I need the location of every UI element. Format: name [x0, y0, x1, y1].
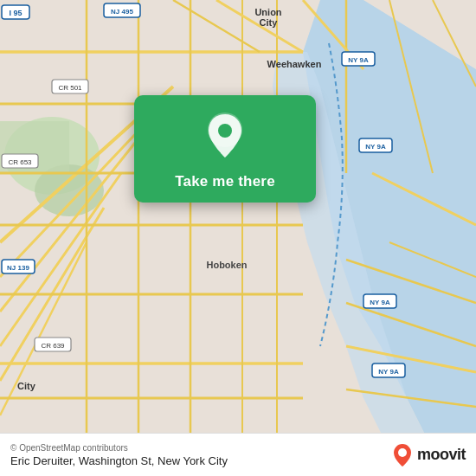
svg-text:NJ 495: NJ 495: [111, 8, 133, 16]
svg-text:City: City: [17, 381, 36, 391]
moovit-logo: moovit: [392, 443, 466, 467]
moovit-brand-name: moovit: [417, 446, 466, 464]
svg-text:City: City: [260, 17, 279, 28]
svg-text:Weehawken: Weehawken: [267, 59, 322, 69]
svg-text:Union: Union: [254, 7, 281, 17]
copyright-text: © OpenStreetMap contributors: [10, 443, 228, 453]
moovit-pin-icon: [392, 443, 413, 467]
svg-text:CR 653: CR 653: [8, 158, 32, 166]
pin-icon-wrapper: [203, 111, 247, 164]
action-card[interactable]: Take me there: [134, 95, 316, 203]
footer-bar: © OpenStreetMap contributors Eric Deruit…: [0, 433, 476, 476]
take-me-there-button[interactable]: Take me there: [175, 173, 275, 190]
footer-left: © OpenStreetMap contributors Eric Deruit…: [10, 443, 228, 467]
svg-point-64: [218, 124, 232, 138]
svg-text:CR 501: CR 501: [58, 84, 82, 92]
svg-text:NY 9A: NY 9A: [378, 368, 399, 376]
map-pin-icon: [203, 111, 247, 161]
svg-text:NY 9A: NY 9A: [370, 299, 390, 306]
svg-point-65: [398, 448, 407, 457]
map-background: I 95 NJ 495 CR 501 CR 653 NJ 139 CR 639 …: [0, 0, 476, 433]
svg-text:NJ 139: NJ 139: [7, 264, 29, 272]
svg-text:NY 9A: NY 9A: [365, 143, 386, 151]
map-view: I 95 NJ 495 CR 501 CR 653 NJ 139 CR 639 …: [0, 0, 476, 433]
location-text: Eric Deruiter, Washington St, New York C…: [10, 454, 228, 467]
svg-text:CR 639: CR 639: [41, 342, 65, 350]
svg-text:Hoboken: Hoboken: [206, 260, 247, 270]
svg-text:I 95: I 95: [9, 9, 22, 17]
svg-text:NY 9A: NY 9A: [348, 56, 369, 64]
